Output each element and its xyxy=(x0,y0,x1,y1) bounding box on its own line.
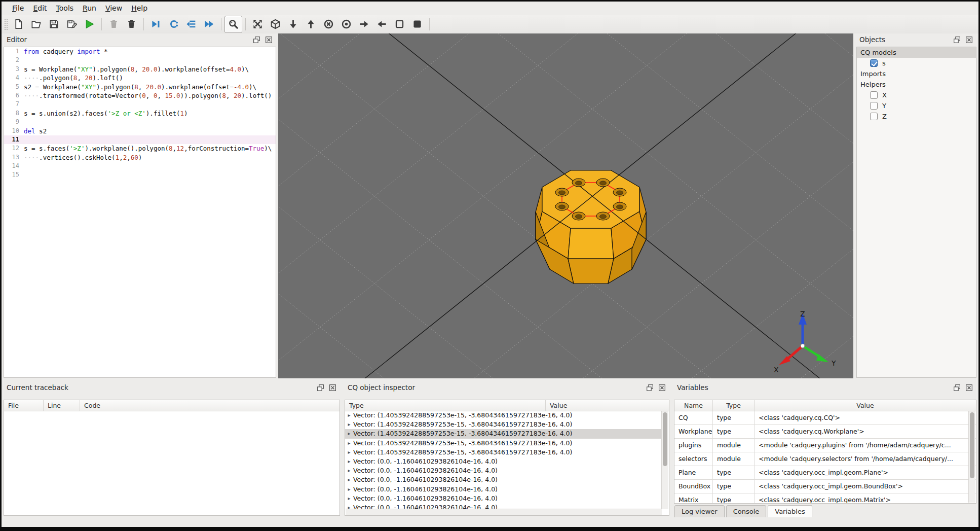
toolbar-button-shaded-mode[interactable] xyxy=(408,16,426,33)
menu-file[interactable]: File xyxy=(8,3,28,14)
menu-run[interactable]: Run xyxy=(78,3,101,14)
variable-row-boundbox[interactable]: BoundBoxtype<class 'cadquery.occ_impl.ge… xyxy=(674,480,976,493)
toolbar-button-iso-view[interactable] xyxy=(267,16,284,33)
traceback-close-button[interactable] xyxy=(328,383,337,392)
visibility-checkbox[interactable] xyxy=(870,91,878,99)
inspector-row[interactable]: ▸Vector: (1.4053924288597253e-15, -3.680… xyxy=(345,429,662,438)
expand-arrow-icon[interactable]: ▸ xyxy=(345,429,353,438)
menu-help[interactable]: Help xyxy=(127,3,152,14)
toolbar-button-debug-continue[interactable] xyxy=(200,16,218,33)
toolbar-button-left-view[interactable] xyxy=(355,16,373,33)
variable-row-plane[interactable]: Planetype<class 'cadquery.occ_impl.geom.… xyxy=(674,466,976,480)
code-line-9: 9 xyxy=(4,118,276,126)
objects-group-helpers[interactable]: Helpers xyxy=(857,79,976,90)
column-header-value[interactable]: Value xyxy=(546,400,669,411)
toolbar-button-debug-step[interactable] xyxy=(147,16,165,33)
close-icon xyxy=(965,36,973,44)
expand-arrow-icon[interactable]: ▸ xyxy=(345,411,353,420)
expand-arrow-icon[interactable]: ▸ xyxy=(345,466,353,475)
toolbar-drag-handle[interactable] xyxy=(4,18,8,30)
menu-tools[interactable]: Tools xyxy=(52,3,79,14)
expand-arrow-icon[interactable]: ▸ xyxy=(345,439,353,448)
variables-scrollbar-thumb[interactable] xyxy=(970,412,974,478)
toolbar-button-save[interactable] xyxy=(45,16,63,33)
objects-item-z[interactable]: Z xyxy=(857,111,976,122)
toolbar-button-render[interactable] xyxy=(81,16,98,33)
expand-arrow-icon[interactable]: ▸ xyxy=(345,485,353,494)
traceback-float-button[interactable] xyxy=(316,383,325,392)
toolbar-button-right-view[interactable] xyxy=(373,16,391,33)
toolbar-button-back-view[interactable] xyxy=(337,16,355,33)
tab-log-viewer[interactable]: Log viewer xyxy=(674,505,725,519)
expand-arrow-icon[interactable]: ▸ xyxy=(345,448,353,457)
menu-bar: FileEditToolsRunViewHelp xyxy=(2,2,978,15)
objects-item-x[interactable]: X xyxy=(857,90,976,100)
toolbar-button-wireframe-mode[interactable] xyxy=(391,16,408,33)
objects-group-imports[interactable]: Imports xyxy=(857,68,976,79)
objects-group-cq-models[interactable]: CQ models xyxy=(857,47,976,58)
column-header-type[interactable]: Type xyxy=(345,400,546,411)
inspector-scrollbar-thumb[interactable] xyxy=(663,412,667,466)
inspector-row[interactable]: ▸Vector: (1.4053924288597253e-15, -3.680… xyxy=(345,439,662,448)
inspector-row[interactable]: ▸Vector: (0.0, -1.1604610293826104e-16, … xyxy=(345,485,662,494)
inspector-row[interactable]: ▸Vector: (0.0, -1.1604610293826104e-16, … xyxy=(345,457,662,466)
column-header-type[interactable]: Type xyxy=(713,400,755,411)
toolbar-button-new-script[interactable] xyxy=(10,16,27,33)
inspector-row[interactable]: ▸Vector: (0.0, -1.1604610293826104e-16, … xyxy=(345,475,662,484)
inspector-horizontal-scrollbar[interactable] xyxy=(346,509,662,515)
column-header-code[interactable]: Code xyxy=(80,400,340,411)
objects-item-y[interactable]: Y xyxy=(857,100,976,111)
visibility-checkbox[interactable] xyxy=(870,113,878,120)
variable-row-selectors[interactable]: selectorsmodule<module 'cadquery.selecto… xyxy=(674,452,976,466)
toolbar-button-open[interactable] xyxy=(27,16,45,33)
3d-viewport[interactable]: ZXY xyxy=(278,33,853,378)
inspector-row[interactable]: ▸Vector: (0.0, -1.1604610293826104e-16, … xyxy=(345,466,662,475)
inspector-float-button[interactable] xyxy=(646,383,654,392)
menu-edit[interactable]: Edit xyxy=(28,3,51,14)
visibility-checkbox[interactable] xyxy=(870,59,878,67)
variables-vertical-scrollbar[interactable] xyxy=(968,411,975,503)
toolbar-button-debug-step-in[interactable] xyxy=(165,16,182,33)
expand-arrow-icon[interactable]: ▸ xyxy=(345,457,353,466)
inspector-row[interactable]: ▸Vector: (1.4053924288597253e-15, -3.680… xyxy=(345,420,662,429)
toolbar-button-bottom-view[interactable] xyxy=(302,16,320,33)
code-line-12: 12s = s.faces('>Z').workplane().polygon(… xyxy=(4,144,276,153)
toolbar-button-save-as[interactable] xyxy=(63,16,81,33)
code-editor[interactable]: 1from cadquery import *23s = Workplane("… xyxy=(4,47,276,378)
editor-float-button[interactable] xyxy=(252,36,261,44)
variable-row-plugins[interactable]: pluginsmodule<module 'cadquery.plugins' … xyxy=(674,439,976,452)
variable-row-workplane[interactable]: Workplanetype<class 'cadquery.cq.Workpla… xyxy=(674,425,976,439)
cad-model-solid[interactable] xyxy=(536,170,646,284)
toolbar-button-front-view[interactable] xyxy=(320,16,337,33)
toolbar-button-top-view[interactable] xyxy=(284,16,302,33)
expand-arrow-icon[interactable]: ▸ xyxy=(345,475,353,484)
visibility-checkbox[interactable] xyxy=(870,102,878,110)
menu-view[interactable]: View xyxy=(101,3,127,14)
expand-arrow-icon[interactable]: ▸ xyxy=(345,420,353,429)
variables-float-button[interactable] xyxy=(953,383,961,392)
tab-console[interactable]: Console xyxy=(726,505,767,519)
column-header-value[interactable]: Value xyxy=(755,400,976,411)
objects-close-button[interactable] xyxy=(965,36,973,44)
column-header-file[interactable]: File xyxy=(4,400,44,411)
variable-row-cq[interactable]: CQtype<class 'cadquery.cq.CQ'> xyxy=(674,411,976,425)
inspector-row[interactable]: ▸Vector: (1.4053924288597253e-15, -3.680… xyxy=(345,448,662,457)
editor-close-button[interactable] xyxy=(265,36,273,44)
column-header-line[interactable]: Line xyxy=(44,400,80,411)
inspector-close-button[interactable] xyxy=(658,383,666,392)
objects-item-s[interactable]: s xyxy=(857,58,976,68)
expand-arrow-icon[interactable]: ▸ xyxy=(345,494,353,503)
variables-close-button[interactable] xyxy=(965,383,973,392)
inspector-vertical-scrollbar[interactable] xyxy=(661,411,668,509)
toolbar-button-clear-traces[interactable] xyxy=(105,16,123,33)
inspector-row[interactable]: ▸Vector: (0.0, -1.1604610293826104e-16, … xyxy=(345,494,662,503)
toolbar-button-debug-return[interactable] xyxy=(182,16,200,33)
toolbar-button-fit-view[interactable] xyxy=(249,16,267,33)
objects-float-button[interactable] xyxy=(953,36,961,44)
inspector-row[interactable]: ▸Vector: (1.4053924288597253e-15, -3.680… xyxy=(345,411,662,420)
column-header-name[interactable]: Name xyxy=(674,400,713,411)
tab-variables[interactable]: Variables xyxy=(768,505,812,519)
variable-row-matrix[interactable]: Matrixtype<class 'cadquery.occ_impl.geom… xyxy=(674,493,976,504)
toolbar-button-screenshot[interactable] xyxy=(224,16,242,33)
toolbar-button-delete-trace[interactable] xyxy=(123,16,140,33)
